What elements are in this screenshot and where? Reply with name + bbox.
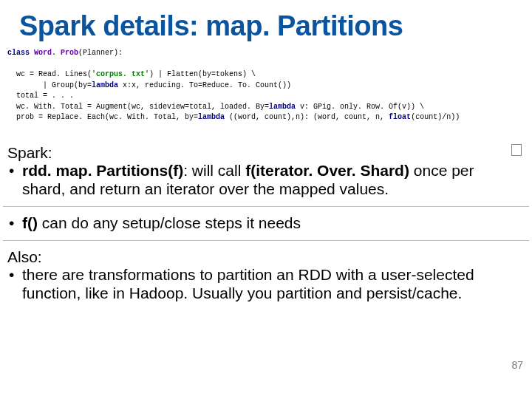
code-text: prob = Replace. Each(wc. With. Total, by… [7, 113, 198, 121]
code-text: total = . . . [7, 92, 74, 100]
string-literal: 'corpus. txt' [92, 70, 149, 78]
kw-lambda: lambda [198, 113, 225, 121]
bullet-dot: • [7, 266, 22, 303]
kw-lambda: lambda [269, 103, 296, 111]
text-cursor-box [511, 144, 522, 156]
section-label-also: Also: [7, 248, 520, 267]
bullet-dot: • [7, 162, 22, 199]
bullet-1-text-1: : will call [183, 162, 245, 179]
code-text: wc = Read. Lines( [7, 70, 92, 78]
kw-class: class [7, 49, 30, 57]
code-text: (Planner): [78, 49, 123, 57]
bullet-2-bold: f() [22, 214, 38, 231]
builtin-float: float [389, 113, 411, 121]
section-label-spark: Spark: [7, 144, 520, 163]
class-name: Word. Prob [34, 49, 78, 57]
code-text: v: GPig. only. Row. Of(v)) \ [296, 103, 424, 111]
code-text: (count)/n)) [411, 113, 460, 121]
page-number: 87 [511, 359, 523, 371]
horizontal-rule [3, 240, 529, 241]
bullet-1-bold-2: f(iterator. Over. Shard) [245, 162, 409, 179]
slide-title: Spark details: map. Partitions [0, 0, 532, 47]
bullet-dot: • [7, 214, 22, 233]
code-text: wc. With. Total = Augment(wc, sideview=t… [7, 103, 269, 111]
bullet-1: • rdd. map. Partitions(f): will call f(i… [7, 162, 520, 199]
bullet-3: • there are transformations to partition… [7, 266, 520, 303]
bullet-2-text: can do any setup/close steps it needs [38, 214, 301, 231]
bullet-3-text: there are transformations to partition a… [22, 266, 520, 303]
code-text: | Group(by= [7, 81, 92, 89]
kw-lambda: lambda [92, 81, 118, 89]
horizontal-rule [3, 206, 529, 207]
bullet-2: • f() can do any setup/close steps it ne… [7, 214, 520, 233]
code-text: x:x, reducing. To=Reduce. To. Count()) [118, 81, 291, 89]
code-text: ((word, count),n): (word, count, n, [225, 113, 389, 121]
bullet-1-bold-1: rdd. map. Partitions(f) [22, 162, 183, 179]
code-snippet: class Word. Prob(Planner): wc = Read. Li… [7, 48, 525, 123]
code-text: ) | Flatten(by=tokens) \ [149, 70, 256, 78]
